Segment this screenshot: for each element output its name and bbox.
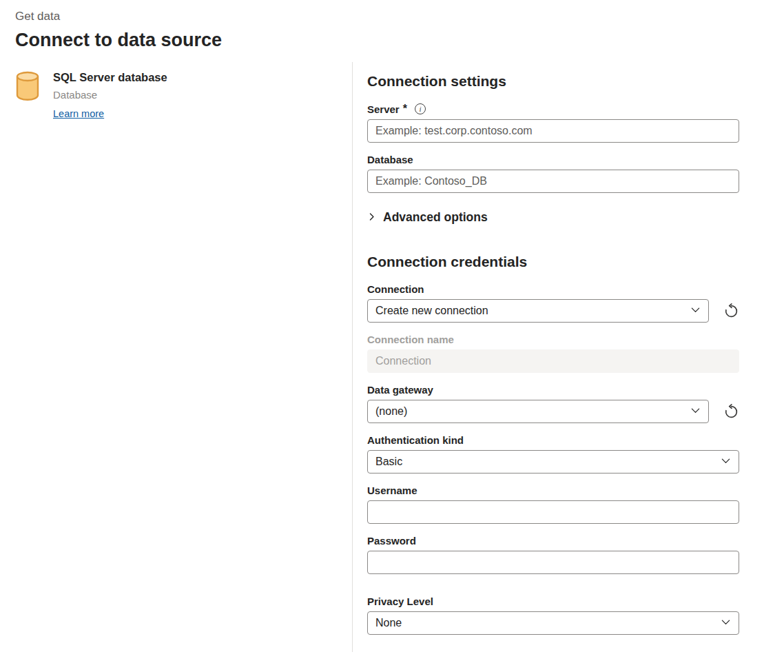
database-field-group: Database [367, 154, 739, 193]
connection-dropdown-value: Create new connection [375, 305, 488, 317]
auth-kind-label: Authentication kind [367, 434, 739, 446]
connection-name-label: Connection name [367, 334, 739, 345]
auth-kind-dropdown[interactable]: Basic [367, 450, 739, 474]
data-gateway-dropdown-value: (none) [375, 405, 407, 418]
database-input[interactable] [367, 170, 739, 193]
chevron-down-icon [690, 405, 701, 418]
username-field-group: Username [367, 485, 739, 524]
chevron-down-icon [690, 305, 701, 318]
database-cylinder-icon [15, 71, 40, 120]
advanced-options-toggle[interactable]: Advanced options [367, 210, 767, 225]
chevron-down-icon [721, 617, 731, 630]
privacy-level-dropdown-value: None [375, 617, 402, 629]
connection-credentials-heading: Connection credentials [367, 254, 767, 270]
password-input[interactable] [367, 551, 739, 574]
username-input[interactable] [367, 500, 739, 524]
breadcrumb: Get data [15, 10, 784, 23]
server-label-row: Server * i [367, 103, 739, 115]
source-info: SQL Server database Database Learn more [53, 71, 167, 120]
data-gateway-label: Data gateway [367, 384, 739, 396]
data-gateway-field-group: Data gateway (none) [367, 384, 739, 423]
main-content: SQL Server database Database Learn more … [0, 62, 784, 652]
info-icon[interactable]: i [415, 103, 426, 114]
page-title: Connect to data source [15, 30, 784, 51]
advanced-options-label: Advanced options [383, 210, 488, 225]
privacy-level-field-group: Privacy Level None [367, 595, 739, 635]
server-input[interactable] [367, 119, 739, 143]
source-type: Database [53, 89, 167, 101]
refresh-icon [723, 311, 739, 321]
password-label: Password [367, 535, 739, 547]
selected-source-card: SQL Server database Database Learn more [15, 71, 338, 120]
connection-dropdown[interactable]: Create new connection [367, 299, 709, 323]
data-gateway-row: (none) [367, 400, 739, 423]
server-label: Server [367, 103, 400, 115]
chevron-down-icon [721, 456, 731, 469]
refresh-icon [723, 411, 739, 422]
database-label: Database [367, 154, 739, 165]
server-field-group: Server * i [367, 103, 739, 143]
connection-name-field-group: Connection name [367, 334, 739, 373]
connection-pane: Connection settings Server * i Database [352, 62, 784, 652]
connection-label: Connection [367, 283, 739, 295]
refresh-gateways-button[interactable] [723, 404, 739, 420]
auth-kind-dropdown-value: Basic [375, 456, 402, 468]
auth-kind-field-group: Authentication kind Basic [367, 434, 739, 474]
connection-settings-heading: Connection settings [367, 73, 767, 90]
connection-field-group: Connection Create new connection [367, 283, 739, 323]
chevron-right-icon [367, 210, 376, 225]
privacy-level-label: Privacy Level [367, 595, 739, 607]
required-marker: * [403, 103, 407, 115]
refresh-connections-button[interactable] [723, 303, 739, 319]
get-data-dialog: Get data Connect to data source SQL Serv… [0, 0, 784, 672]
privacy-level-dropdown[interactable]: None [367, 611, 739, 635]
source-pane: SQL Server database Database Learn more [0, 62, 352, 652]
connection-row: Create new connection [367, 299, 739, 323]
source-name: SQL Server database [53, 71, 167, 84]
connection-name-input [367, 349, 739, 373]
learn-more-link[interactable]: Learn more [53, 108, 104, 119]
data-gateway-dropdown[interactable]: (none) [367, 400, 709, 423]
username-label: Username [367, 485, 739, 496]
header: Get data Connect to data source [0, 0, 784, 51]
password-field-group: Password [367, 535, 739, 574]
